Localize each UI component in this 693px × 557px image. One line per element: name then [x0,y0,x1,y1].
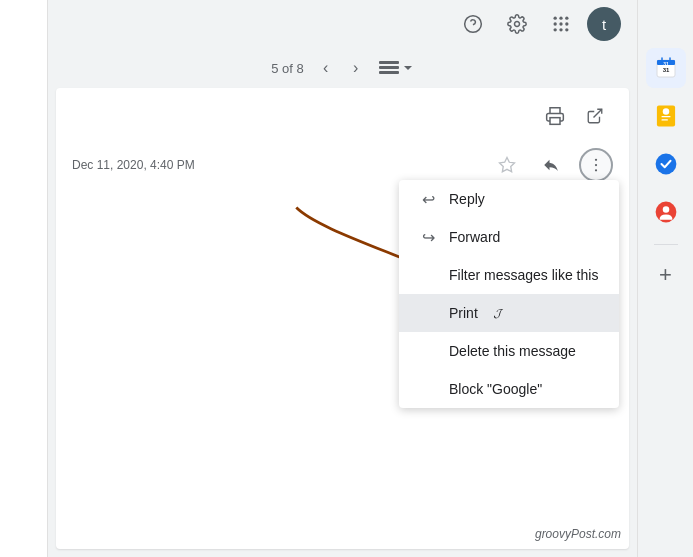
svg-rect-15 [550,118,560,125]
sidebar-app-calendar[interactable]: 31 31 [646,48,686,88]
forward-icon: ↪ [419,228,437,246]
svg-rect-30 [661,119,668,120]
svg-point-3 [554,17,557,20]
svg-rect-14 [379,71,399,74]
settings-button[interactable] [499,6,535,42]
svg-rect-13 [379,66,399,69]
watermark: groovyPost.com [535,527,621,541]
filter-icon [419,266,437,284]
apps-button[interactable] [543,6,579,42]
print-button[interactable] [537,98,573,134]
open-external-button[interactable] [577,98,613,134]
view-select[interactable] [378,60,414,76]
top-bar: t [48,0,637,48]
right-sidebar: 31 31 + [637,0,693,557]
svg-point-4 [559,17,562,20]
sidebar-divider [654,244,678,245]
add-app-button[interactable]: + [648,257,684,293]
email-action-bar [56,88,629,144]
svg-point-6 [554,22,557,25]
user-avatar[interactable]: t [587,7,621,41]
svg-point-32 [655,154,676,175]
reply-icon: ↩ [419,190,437,208]
next-email-button[interactable]: › [342,54,370,82]
delete-icon [419,342,437,360]
menu-item-filter[interactable]: Filter messages like this [399,256,619,294]
menu-item-block[interactable]: Block "Google" [399,370,619,408]
svg-marker-17 [500,158,515,172]
menu-item-delete[interactable]: Delete this message [399,332,619,370]
email-content: Dec 11, 2020, 4:40 PM ↩ Rep [56,88,629,549]
svg-point-19 [595,164,597,166]
svg-point-20 [595,169,597,171]
svg-text:31: 31 [662,67,669,73]
svg-point-9 [554,28,557,31]
pagination-area: 5 of 8 ‹ › [271,54,414,82]
star-button[interactable] [491,149,523,181]
pagination-text: 5 of 8 [271,61,304,76]
svg-point-34 [662,206,669,213]
block-icon [419,380,437,398]
svg-point-8 [565,22,568,25]
prev-email-button[interactable]: ‹ [312,54,340,82]
menu-item-reply[interactable]: ↩ Reply [399,180,619,218]
left-panel [0,0,48,557]
svg-point-10 [559,28,562,31]
email-date: Dec 11, 2020, 4:40 PM [72,158,479,172]
svg-rect-12 [379,61,399,64]
help-button[interactable] [455,6,491,42]
sidebar-app-tasks[interactable] [646,144,686,184]
main-area: t 5 of 8 ‹ › [48,0,637,557]
svg-point-2 [515,22,520,27]
more-options-menu: ↩ Reply ↪ Forward Filter messages like t… [399,180,619,408]
svg-point-7 [559,22,562,25]
svg-point-0 [465,16,482,33]
svg-point-11 [565,28,568,31]
email-meta-row: Dec 11, 2020, 4:40 PM ↩ Rep [56,144,629,190]
svg-rect-29 [661,116,670,117]
menu-item-forward[interactable]: ↪ Forward [399,218,619,256]
sidebar-app-contacts[interactable] [646,192,686,232]
sidebar-app-keep[interactable] [646,96,686,136]
more-options-button[interactable] [579,148,613,182]
print-menu-icon [419,304,437,322]
cursor-indicator: 𝓙 [494,306,503,320]
svg-point-31 [662,108,669,115]
pagination-nav: ‹ › [312,54,370,82]
svg-point-18 [595,159,597,161]
reply-button[interactable] [535,149,567,181]
menu-item-print[interactable]: Print 𝓙 [399,294,619,332]
email-toolbar: 5 of 8 ‹ › [48,48,637,88]
svg-point-5 [565,17,568,20]
svg-line-16 [594,109,602,117]
